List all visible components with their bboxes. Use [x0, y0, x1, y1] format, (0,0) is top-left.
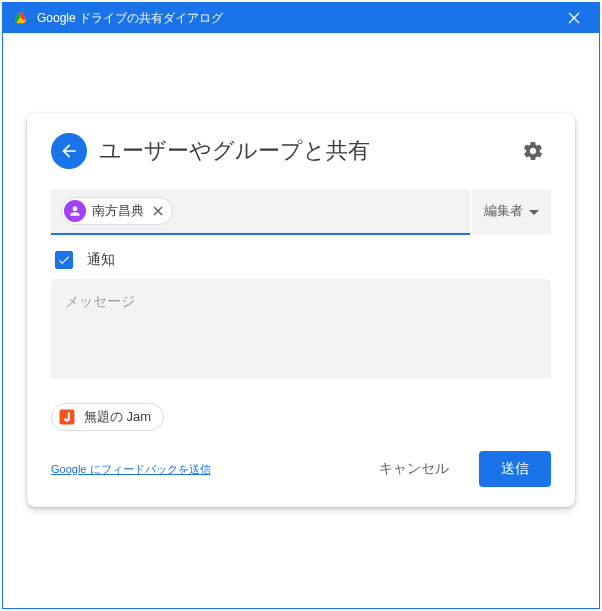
- settings-button[interactable]: [515, 133, 551, 169]
- window-title: Google ドライブの共有ダイアログ: [37, 10, 559, 27]
- close-icon: [568, 12, 580, 24]
- check-icon: [57, 253, 71, 267]
- people-input[interactable]: 南方昌典: [51, 189, 470, 235]
- feedback-link[interactable]: Google にフィードバックを送信: [51, 462, 349, 477]
- message-textarea[interactable]: メッセージ: [51, 279, 551, 379]
- header-row: ユーザーやグループと共有: [51, 133, 551, 169]
- notify-row: 通知: [51, 239, 551, 279]
- svg-rect-0: [60, 410, 75, 425]
- notify-checkbox[interactable]: [55, 251, 73, 269]
- titlebar: Google ドライブの共有ダイアログ: [3, 3, 599, 33]
- people-input-row: 南方昌典 編集者: [51, 189, 551, 235]
- back-arrow-icon: [59, 141, 79, 161]
- role-dropdown[interactable]: 編集者: [472, 189, 551, 235]
- footer-row: Google にフィードバックを送信 キャンセル 送信: [51, 451, 551, 487]
- person-icon: [68, 204, 82, 218]
- caret-down-icon: [529, 204, 539, 219]
- notify-label: 通知: [87, 251, 115, 269]
- attachment-chip[interactable]: 無題の Jam: [51, 403, 164, 431]
- message-placeholder: メッセージ: [65, 293, 135, 309]
- chip-remove-button[interactable]: [150, 203, 166, 219]
- person-chip[interactable]: 南方昌典: [61, 197, 173, 225]
- role-label: 編集者: [484, 202, 523, 220]
- drive-icon: [13, 10, 29, 26]
- close-icon: [152, 205, 164, 217]
- cancel-button[interactable]: キャンセル: [357, 451, 471, 487]
- share-card: ユーザーやグループと共有 南方昌典: [27, 113, 575, 507]
- back-button[interactable]: [51, 133, 87, 169]
- dialog-window: Google ドライブの共有ダイアログ ユーザーやグループと共有: [2, 2, 600, 609]
- content-area: ユーザーやグループと共有 南方昌典: [3, 33, 599, 608]
- attachment-name: 無題の Jam: [84, 408, 151, 426]
- gear-icon: [522, 140, 544, 162]
- chip-name: 南方昌典: [92, 202, 144, 220]
- dialog-title: ユーザーやグループと共有: [99, 136, 515, 166]
- person-avatar: [64, 200, 86, 222]
- attachment-row: 無題の Jam: [51, 403, 551, 451]
- close-button[interactable]: [559, 3, 589, 33]
- jamboard-icon: [58, 408, 76, 426]
- send-button[interactable]: 送信: [479, 451, 551, 487]
